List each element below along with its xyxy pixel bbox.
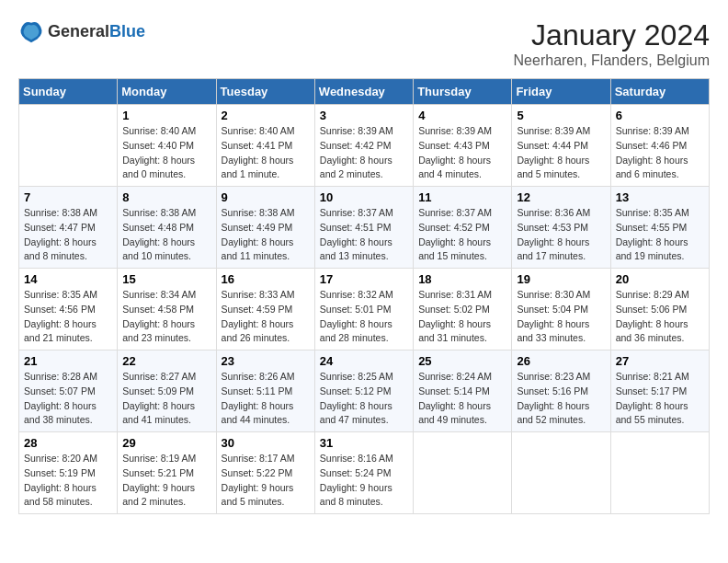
calendar-cell: 5Sunrise: 8:39 AMSunset: 4:44 PMDaylight… — [512, 105, 610, 187]
day-info: Sunrise: 8:16 AMSunset: 5:24 PMDaylight:… — [320, 452, 408, 510]
day-info: Sunrise: 8:33 AMSunset: 4:59 PMDaylight:… — [222, 288, 310, 346]
calendar-cell: 17Sunrise: 8:32 AMSunset: 5:01 PMDayligh… — [314, 269, 413, 350]
logo-icon — [18, 18, 44, 44]
day-info: Sunrise: 8:38 AMSunset: 4:47 PMDaylight:… — [24, 206, 112, 264]
calendar-cell: 7Sunrise: 8:38 AMSunset: 4:47 PMDaylight… — [19, 187, 118, 269]
day-number: 28 — [24, 436, 112, 450]
day-info: Sunrise: 8:39 AMSunset: 4:44 PMDaylight:… — [517, 124, 605, 182]
day-number: 13 — [616, 190, 704, 204]
calendar-cell — [19, 105, 118, 187]
day-number: 6 — [616, 109, 704, 122]
day-info: Sunrise: 8:40 AMSunset: 4:40 PMDaylight:… — [122, 124, 210, 182]
day-number: 8 — [122, 190, 210, 204]
day-info: Sunrise: 8:29 AMSunset: 5:06 PMDaylight:… — [616, 288, 704, 346]
day-info: Sunrise: 8:39 AMSunset: 4:42 PMDaylight:… — [320, 124, 408, 182]
day-number: 21 — [24, 354, 112, 368]
calendar-cell: 30Sunrise: 8:17 AMSunset: 5:22 PMDayligh… — [216, 432, 314, 514]
header-thursday: Thursday — [414, 79, 512, 105]
calendar-cell: 28Sunrise: 8:20 AMSunset: 5:19 PMDayligh… — [19, 432, 118, 514]
logo-blue: Blue — [109, 22, 145, 40]
day-info: Sunrise: 8:26 AMSunset: 5:11 PMDaylight:… — [222, 370, 310, 428]
day-number: 18 — [418, 272, 506, 286]
calendar-cell: 15Sunrise: 8:34 AMSunset: 4:58 PMDayligh… — [118, 269, 216, 350]
calendar-cell: 16Sunrise: 8:33 AMSunset: 4:59 PMDayligh… — [216, 269, 314, 350]
day-info: Sunrise: 8:39 AMSunset: 4:43 PMDaylight:… — [418, 124, 506, 182]
calendar-cell: 1Sunrise: 8:40 AMSunset: 4:40 PMDaylight… — [118, 105, 216, 187]
calendar-week-2: 7Sunrise: 8:38 AMSunset: 4:47 PMDaylight… — [19, 187, 710, 269]
day-info: Sunrise: 8:19 AMSunset: 5:21 PMDaylight:… — [122, 452, 210, 510]
day-info: Sunrise: 8:17 AMSunset: 5:22 PMDaylight:… — [222, 452, 310, 510]
header-friday: Friday — [512, 79, 610, 105]
day-number: 3 — [320, 109, 408, 122]
calendar-cell: 23Sunrise: 8:26 AMSunset: 5:11 PMDayligh… — [216, 350, 314, 432]
day-number: 17 — [320, 272, 408, 286]
day-number: 22 — [122, 354, 210, 368]
calendar-cell — [414, 432, 512, 514]
calendar-cell: 26Sunrise: 8:23 AMSunset: 5:16 PMDayligh… — [512, 350, 610, 432]
day-info: Sunrise: 8:39 AMSunset: 4:46 PMDaylight:… — [616, 124, 704, 182]
day-number: 30 — [222, 436, 310, 450]
calendar-cell: 31Sunrise: 8:16 AMSunset: 5:24 PMDayligh… — [314, 432, 413, 514]
day-info: Sunrise: 8:28 AMSunset: 5:07 PMDaylight:… — [24, 370, 112, 428]
calendar-cell — [512, 432, 610, 514]
day-info: Sunrise: 8:23 AMSunset: 5:16 PMDaylight:… — [517, 370, 605, 428]
calendar-week-1: 1Sunrise: 8:40 AMSunset: 4:40 PMDaylight… — [19, 105, 710, 187]
logo-text: GeneralBlue — [48, 22, 145, 41]
day-info: Sunrise: 8:35 AMSunset: 4:55 PMDaylight:… — [616, 206, 704, 264]
day-number: 19 — [517, 272, 605, 286]
calendar-cell — [610, 432, 709, 514]
calendar-week-5: 28Sunrise: 8:20 AMSunset: 5:19 PMDayligh… — [19, 432, 710, 514]
day-number: 1 — [122, 109, 210, 122]
calendar-cell: 14Sunrise: 8:35 AMSunset: 4:56 PMDayligh… — [19, 269, 118, 350]
calendar-cell: 8Sunrise: 8:38 AMSunset: 4:48 PMDaylight… — [118, 187, 216, 269]
header-sunday: Sunday — [19, 79, 118, 105]
calendar-week-3: 14Sunrise: 8:35 AMSunset: 4:56 PMDayligh… — [19, 269, 710, 350]
day-number: 16 — [222, 272, 310, 286]
calendar-cell: 4Sunrise: 8:39 AMSunset: 4:43 PMDaylight… — [414, 105, 512, 187]
day-number: 26 — [517, 354, 605, 368]
day-info: Sunrise: 8:37 AMSunset: 4:51 PMDaylight:… — [320, 206, 408, 264]
calendar-cell: 21Sunrise: 8:28 AMSunset: 5:07 PMDayligh… — [19, 350, 118, 432]
calendar-cell: 29Sunrise: 8:19 AMSunset: 5:21 PMDayligh… — [118, 432, 216, 514]
calendar-cell: 6Sunrise: 8:39 AMSunset: 4:46 PMDaylight… — [610, 105, 709, 187]
logo: GeneralBlue — [18, 18, 145, 44]
day-number: 24 — [320, 354, 408, 368]
calendar-cell: 12Sunrise: 8:36 AMSunset: 4:53 PMDayligh… — [512, 187, 610, 269]
calendar-cell: 10Sunrise: 8:37 AMSunset: 4:51 PMDayligh… — [314, 187, 413, 269]
day-number: 27 — [616, 354, 704, 368]
header-monday: Monday — [118, 79, 216, 105]
day-info: Sunrise: 8:38 AMSunset: 4:48 PMDaylight:… — [122, 206, 210, 264]
header-wednesday: Wednesday — [314, 79, 413, 105]
day-info: Sunrise: 8:32 AMSunset: 5:01 PMDaylight:… — [320, 288, 408, 346]
day-info: Sunrise: 8:24 AMSunset: 5:14 PMDaylight:… — [418, 370, 506, 428]
calendar-cell: 13Sunrise: 8:35 AMSunset: 4:55 PMDayligh… — [610, 187, 709, 269]
day-number: 31 — [320, 436, 408, 450]
day-info: Sunrise: 8:20 AMSunset: 5:19 PMDaylight:… — [24, 452, 112, 510]
calendar-subtitle: Neerharen, Flanders, Belgium — [514, 52, 710, 69]
day-info: Sunrise: 8:31 AMSunset: 5:02 PMDaylight:… — [418, 288, 506, 346]
day-info: Sunrise: 8:35 AMSunset: 4:56 PMDaylight:… — [24, 288, 112, 346]
calendar-cell: 24Sunrise: 8:25 AMSunset: 5:12 PMDayligh… — [314, 350, 413, 432]
calendar-cell: 9Sunrise: 8:38 AMSunset: 4:49 PMDaylight… — [216, 187, 314, 269]
calendar-cell: 27Sunrise: 8:21 AMSunset: 5:17 PMDayligh… — [610, 350, 709, 432]
calendar-cell: 20Sunrise: 8:29 AMSunset: 5:06 PMDayligh… — [610, 269, 709, 350]
day-info: Sunrise: 8:37 AMSunset: 4:52 PMDaylight:… — [418, 206, 506, 264]
calendar-cell: 19Sunrise: 8:30 AMSunset: 5:04 PMDayligh… — [512, 269, 610, 350]
day-number: 25 — [418, 354, 506, 368]
day-info: Sunrise: 8:38 AMSunset: 4:49 PMDaylight:… — [222, 206, 310, 264]
calendar-title: January 2024 — [514, 18, 710, 52]
day-number: 11 — [418, 190, 506, 204]
header-tuesday: Tuesday — [216, 79, 314, 105]
day-info: Sunrise: 8:27 AMSunset: 5:09 PMDaylight:… — [122, 370, 210, 428]
day-info: Sunrise: 8:34 AMSunset: 4:58 PMDaylight:… — [122, 288, 210, 346]
header-saturday: Saturday — [610, 79, 709, 105]
day-number: 7 — [24, 190, 112, 204]
title-block: January 2024 Neerharen, Flanders, Belgiu… — [514, 18, 710, 69]
day-number: 5 — [517, 109, 605, 122]
calendar-cell: 18Sunrise: 8:31 AMSunset: 5:02 PMDayligh… — [414, 269, 512, 350]
calendar-cell: 22Sunrise: 8:27 AMSunset: 5:09 PMDayligh… — [118, 350, 216, 432]
logo-general: General — [48, 22, 109, 40]
day-number: 29 — [122, 436, 210, 450]
day-info: Sunrise: 8:30 AMSunset: 5:04 PMDaylight:… — [517, 288, 605, 346]
calendar-cell: 11Sunrise: 8:37 AMSunset: 4:52 PMDayligh… — [414, 187, 512, 269]
